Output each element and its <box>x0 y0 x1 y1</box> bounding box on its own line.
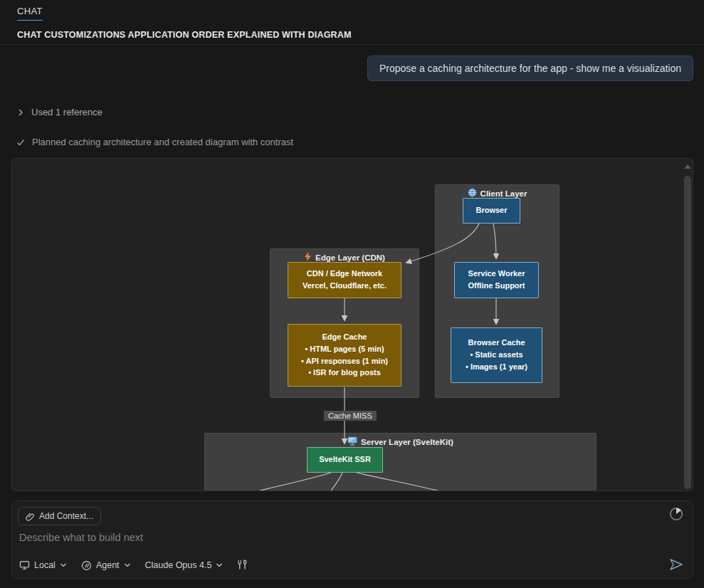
header-divider <box>0 44 704 45</box>
layer-server-label: Server Layer (SvelteKit) <box>205 436 596 447</box>
chat-composer: Add Context... Describe what to build ne… <box>11 500 693 579</box>
check-icon <box>16 137 26 147</box>
node-edge-cache-line1: Edge Cache <box>322 332 367 342</box>
references-toggle[interactable]: Used 1 reference <box>16 107 103 117</box>
node-sveltekit-ssr: SvelteKit SSR <box>307 447 383 473</box>
monitor-icon <box>347 436 357 447</box>
model-picker-label: Claude Opus 4.5 <box>145 560 212 570</box>
node-bcache-line2: • Static assets <box>470 350 522 360</box>
mode-picker-label: Agent <box>96 560 120 570</box>
chat-input[interactable]: Describe what to build next <box>19 532 664 543</box>
node-sw-line2: Offline Support <box>468 281 525 291</box>
tools-icon <box>237 560 248 571</box>
monitor-local-icon <box>19 560 30 570</box>
add-context-button[interactable]: Add Context... <box>18 507 101 525</box>
agent-icon <box>81 560 92 571</box>
node-bcache-line3: • Images (1 year) <box>466 362 527 372</box>
model-picker[interactable]: Claude Opus 4.5 <box>145 560 224 570</box>
chevron-down-icon <box>124 562 131 568</box>
scrollbar-thumb[interactable] <box>684 176 691 489</box>
node-edge-cache-line4: • ISR for blog posts <box>308 368 381 378</box>
layer-server: Server Layer (SvelteKit) <box>204 433 597 491</box>
node-sw-line1: Service Worker <box>468 269 525 279</box>
chevron-down-icon <box>60 562 67 568</box>
node-edge-cache-line3: • API responses (1 min) <box>301 357 388 367</box>
edge-label-cache-miss: Cache MISS <box>324 411 377 421</box>
node-browser: Browser <box>463 198 520 224</box>
layer-client-label: Client Layer <box>436 188 559 199</box>
paperclip-icon <box>26 512 35 521</box>
send-button[interactable] <box>668 557 684 572</box>
node-browser-text: Browser <box>476 206 507 216</box>
node-service-worker: Service Worker Offline Support <box>454 262 539 298</box>
configure-tools-button[interactable] <box>237 560 248 571</box>
node-edge-cache: Edge Cache • HTML pages (5 min) • API re… <box>288 324 401 387</box>
scrollbar-up-arrow[interactable] <box>684 163 691 170</box>
node-bcache-line1: Browser Cache <box>468 338 525 348</box>
location-picker[interactable]: Local <box>19 560 67 570</box>
layer-client-text: Client Layer <box>480 189 527 198</box>
node-edge-cache-line2: • HTML pages (5 min) <box>305 345 384 355</box>
tab-chat[interactable]: CHAT <box>17 6 43 21</box>
chevron-down-icon <box>216 562 223 568</box>
node-cdn-line1: CDN / Edge Network <box>307 269 382 279</box>
diagram-viewport[interactable]: Client Layer Edge Layer (CDN) Server Lay… <box>11 158 693 491</box>
composer-toolbar: Local Agent Claude Opus 4.5 <box>19 560 248 571</box>
lightning-icon <box>304 252 312 263</box>
quota-gauge-icon[interactable] <box>668 506 684 522</box>
page-title: CHAT CUSTOMIZATIONS APPLICATION ORDER EX… <box>17 30 352 40</box>
layer-edge-label: Edge Layer (CDN) <box>270 252 419 263</box>
layer-server-text: Server Layer (SvelteKit) <box>361 438 453 446</box>
layer-edge-text: Edge Layer (CDN) <box>315 253 385 262</box>
node-sveltekit-text: SvelteKit SSR <box>319 455 371 465</box>
add-context-label: Add Context... <box>39 511 93 521</box>
node-cdn: CDN / Edge Network Vercel, Cloudflare, e… <box>288 262 401 298</box>
chat-panel: CHAT CHAT CUSTOMIZATIONS APPLICATION ORD… <box>0 0 704 588</box>
progress-step-label: Planned caching architecture and created… <box>32 137 293 147</box>
progress-step-row: Planned caching architecture and created… <box>16 137 293 147</box>
user-message-bubble: Propose a caching architecture for the a… <box>367 56 693 81</box>
location-picker-label: Local <box>34 560 56 570</box>
node-browser-cache: Browser Cache • Static assets • Images (… <box>451 327 542 383</box>
node-cdn-line2: Vercel, Cloudflare, etc. <box>303 281 387 291</box>
mode-picker[interactable]: Agent <box>81 560 131 571</box>
references-label: Used 1 reference <box>31 107 103 117</box>
chevron-right-icon <box>16 107 26 117</box>
globe-icon <box>468 188 477 199</box>
